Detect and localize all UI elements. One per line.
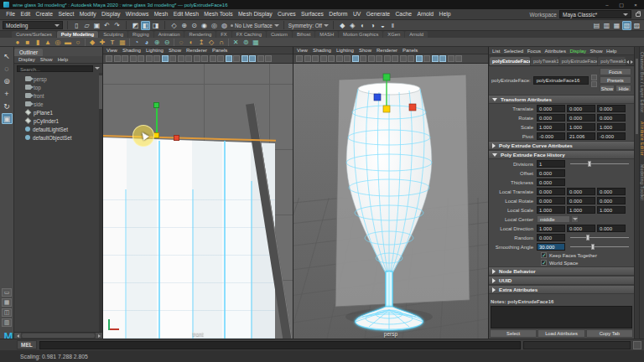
script-editor-icon[interactable]: [633, 341, 641, 349]
local-scale-x[interactable]: 1.000: [537, 206, 565, 214]
menubar-item[interactable]: Cache: [392, 9, 414, 19]
node-tab[interactable]: polyTweak14: [598, 57, 626, 65]
shelf-tab[interactable]: FX Caching: [232, 31, 266, 38]
vp-anti-alias-icon[interactable]: [265, 55, 272, 62]
vp-use-all-lights-icon[interactable]: [432, 55, 439, 62]
hide-button[interactable]: Hide: [615, 85, 631, 92]
vp-resolution-gate-icon[interactable]: [368, 55, 375, 62]
snap-curve-icon[interactable]: ⊕: [179, 21, 189, 30]
shelf-divider[interactable]: [128, 38, 131, 46]
scroll-right-arrow-icon[interactable]: [96, 333, 102, 339]
list-icon[interactable]: [591, 81, 597, 87]
vp-safe-action-icon[interactable]: [392, 55, 398, 62]
vp-wireframe-icon[interactable]: [217, 55, 224, 62]
smooth-icon[interactable]: ◌: [177, 38, 185, 46]
shelf-tab[interactable]: Custom: [267, 31, 292, 38]
random-field[interactable]: 0.000: [537, 234, 565, 241]
select-hierarchy-icon[interactable]: ◩: [131, 21, 140, 30]
booleans-difference-icon[interactable]: ◕: [143, 38, 151, 46]
vp-textured-icon[interactable]: [233, 55, 240, 62]
viewport-menu-item[interactable]: Lighting: [336, 48, 354, 53]
scrollbar-track[interactable]: [22, 334, 95, 338]
value-field-z[interactable]: 1.000: [597, 123, 626, 131]
keep-faces-together-checkbox[interactable]: ✓ Keep Faces Together: [489, 251, 634, 259]
vp-bookmark-icon[interactable]: [130, 55, 137, 62]
vp-field-chart-icon[interactable]: [384, 55, 391, 62]
vp-lock-camera-icon[interactable]: [304, 55, 311, 62]
value-field-y[interactable]: 0.000: [567, 105, 595, 112]
channel-box-toggle-icon[interactable]: ▦: [612, 21, 621, 30]
manipulator-x-handle[interactable]: [174, 135, 179, 141]
local-rotate-x[interactable]: 0.000: [537, 197, 565, 204]
layout-two-pane-icon[interactable]: ◫: [2, 308, 12, 317]
render-settings-icon[interactable]: ◐: [358, 21, 367, 30]
shelf-tab[interactable]: Arnold: [405, 31, 428, 38]
no-live-surface-indicator[interactable]: No Live Surface: [231, 23, 279, 28]
multi-cut-icon[interactable]: ✕: [231, 38, 240, 46]
local-direction-x[interactable]: 1.000: [537, 225, 565, 232]
menubar-item[interactable]: Arnold: [414, 9, 436, 19]
notes-textarea[interactable]: [491, 306, 632, 328]
lock-icon[interactable]: [636, 13, 641, 17]
value-field-x[interactable]: 0.000: [537, 105, 565, 112]
snap-view-plane-icon[interactable]: ◎: [210, 21, 219, 30]
outliner-item[interactable]: pPlane1: [14, 108, 102, 116]
attribute-editor-footer-button[interactable]: Load Attributes: [538, 329, 584, 338]
poly-sphere-icon[interactable]: ●: [13, 38, 22, 46]
viewport-persp-canvas[interactable]: persp: [293, 64, 488, 339]
manipulator-y-handle[interactable]: [383, 74, 390, 80]
light-editor-icon[interactable]: ◒: [378, 21, 387, 30]
dock-tab[interactable]: Modeling Toolkit: [640, 164, 644, 201]
presets-button[interactable]: Presets: [600, 76, 631, 84]
local-scale-y[interactable]: 1.000: [567, 206, 595, 214]
tab-scroll-left-icon[interactable]: [626, 60, 629, 64]
random-slider[interactable]: [569, 234, 631, 241]
manipulator-x-handle[interactable]: [409, 104, 416, 111]
type-tool-icon[interactable]: T: [108, 38, 117, 46]
shelf-tab[interactable]: Curves/Surfaces: [12, 31, 56, 38]
world-space-checkbox[interactable]: ✓ World Space: [489, 259, 634, 266]
mel-command-input[interactable]: [39, 341, 521, 349]
lasso-select-tool-icon[interactable]: ◌: [2, 63, 13, 74]
menubar-item[interactable]: Modify: [76, 9, 98, 19]
value-field-y[interactable]: 21.006: [567, 132, 595, 140]
vp-use-all-lights-icon[interactable]: [242, 55, 248, 62]
bridge-icon[interactable]: ∩: [217, 38, 226, 46]
vp-film-gate-icon[interactable]: [169, 55, 176, 62]
outliner-menu-item[interactable]: Show: [40, 57, 53, 62]
pause-viewport-icon[interactable]: ‖: [388, 21, 397, 30]
viewport-menu-item[interactable]: View: [106, 48, 117, 53]
shelf-divider[interactable]: [84, 38, 86, 46]
node-name-input[interactable]: polyExtrudeFace16: [533, 76, 589, 85]
menubar-item[interactable]: Edit: [18, 9, 33, 19]
viewport-menu-item[interactable]: Shading: [313, 48, 331, 53]
poly-cone-icon[interactable]: ▲: [44, 38, 52, 46]
attribute-editor-footer-button[interactable]: Select: [490, 329, 537, 338]
separate-icon[interactable]: ⊖: [163, 38, 171, 46]
manipulator-center-handle[interactable]: [383, 106, 390, 112]
vp-anti-alias-icon[interactable]: [455, 55, 462, 62]
select-object-icon[interactable]: ◧: [141, 21, 150, 30]
viewport-front-canvas[interactable]: front: [103, 64, 293, 339]
attribute-editor-menu-item[interactable]: Attributes: [545, 49, 566, 54]
node-tab[interactable]: polyExtrudeFace16: [490, 57, 530, 65]
vp-select-camera-icon[interactable]: [296, 55, 303, 62]
shelf-divider[interactable]: [227, 38, 230, 46]
offset-field[interactable]: 0.000: [537, 169, 565, 177]
viewport-menu-item[interactable]: Shading: [122, 48, 141, 53]
outliner-search-input[interactable]: Search...: [17, 65, 93, 72]
select-tool-icon[interactable]: ↖: [2, 50, 13, 61]
outliner-item[interactable]: side: [14, 100, 102, 108]
vp-camera-attrs-icon[interactable]: [312, 55, 319, 62]
outliner-vertical-scrollbar[interactable]: [99, 73, 102, 332]
shelf-tab[interactable]: Rendering: [184, 31, 216, 38]
vp-shaded-icon[interactable]: [226, 55, 232, 62]
viewport-menu-item[interactable]: Renderer: [377, 48, 397, 53]
value-field-x[interactable]: -0.000: [537, 132, 565, 140]
value-field-y[interactable]: 0.000: [567, 114, 595, 122]
tool-settings-toggle-icon[interactable]: ▨: [632, 21, 641, 30]
outliner-item[interactable]: top: [14, 83, 102, 91]
make-live-icon[interactable]: ◍: [220, 21, 229, 30]
quad-draw-icon[interactable]: ▦: [252, 38, 260, 46]
vp-bookmark-icon[interactable]: [320, 55, 327, 62]
